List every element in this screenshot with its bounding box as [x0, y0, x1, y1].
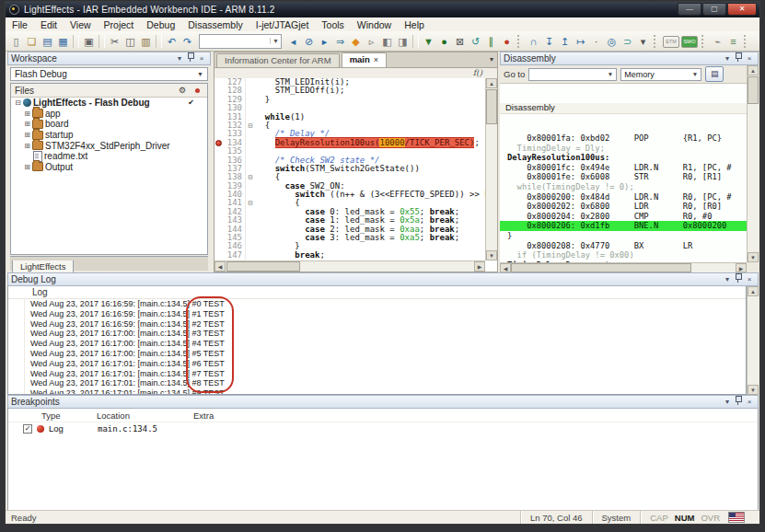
disassembly-horizontal-scrollbar[interactable]: ◀ ▶ [500, 262, 747, 272]
tree-expander-icon[interactable]: ⊞ [23, 163, 31, 171]
scroll-right-icon[interactable]: ▶ [474, 261, 485, 272]
breakpoint-gutter[interactable] [214, 191, 223, 199]
redo-icon[interactable]: ↷ [180, 34, 195, 49]
reset-icon[interactable]: ↺ [468, 34, 483, 49]
minimize-button[interactable]: — [678, 3, 701, 16]
disassembly-row[interactable]: 0x8000200: 0x484d LDR.N R0, [PC, # [500, 192, 747, 202]
code-line-147[interactable]: 147 break; [214, 251, 485, 260]
menu-view[interactable]: View [64, 19, 98, 30]
scroll-left-icon[interactable]: ◀ [214, 261, 226, 272]
breakpoint-gutter[interactable] [214, 139, 223, 147]
disassembly-row[interactable]: if (TimingDelay != 0x00) [500, 250, 747, 260]
go-icon[interactable]: ◎ [604, 34, 620, 49]
breakpoint-gutter[interactable] [214, 156, 223, 165]
goto-icon[interactable]: ⇒ [332, 34, 348, 49]
disassembly-row[interactable]: 0x8000204: 0x2800 CMP R0, #0 [500, 212, 747, 222]
close-icon[interactable]: × [196, 52, 207, 64]
editor-vertical-scrollbar[interactable]: ▲ ▼ [485, 78, 497, 260]
step-out-icon[interactable]: ↥ [557, 34, 573, 49]
menu-edit[interactable]: Edit [34, 19, 64, 30]
stop-icon[interactable]: ⊃ [620, 34, 635, 49]
pin-icon[interactable] [733, 273, 744, 286]
breakpoint-gutter[interactable] [214, 87, 223, 95]
menu-debug[interactable]: Debug [140, 19, 181, 30]
debug-log-panel-header[interactable]: Debug Log ▾ × [7, 272, 759, 286]
menu-file[interactable]: File [6, 19, 34, 30]
disassembly-panel-header[interactable]: Disassembly ▾ × [500, 52, 759, 65]
tree-item-app[interactable]: ⊞app [11, 109, 207, 120]
scrollbar-thumb[interactable] [226, 261, 300, 272]
breakpoint-gutter[interactable] [214, 147, 223, 156]
breakpoint-gutter[interactable] [214, 165, 223, 173]
panel-menu-icon[interactable]: ▾ [722, 52, 733, 64]
pin-icon[interactable] [185, 52, 196, 65]
scroll-right-icon[interactable]: ▶ [736, 263, 747, 272]
goto-function-button[interactable]: f() [473, 68, 482, 77]
etm-trace-icon[interactable]: ETM [663, 36, 679, 48]
fold-icon[interactable]: ⊟ [245, 199, 255, 207]
scroll-up-icon[interactable]: ▲ [748, 286, 759, 296]
close-tab-icon[interactable]: × [374, 55, 378, 64]
workspace-tab-lighteffects[interactable]: LightEffects [12, 260, 74, 273]
tab-list-dropdown-icon[interactable]: ▾ [490, 55, 493, 64]
find-combobox[interactable]: ▼ [199, 34, 282, 49]
disassembly-row[interactable]: 0x80001fa: 0xbd02 POP {R1, PC} [500, 133, 747, 144]
tree-expander-icon[interactable]: ⊞ [23, 131, 31, 139]
disassembly-listing[interactable]: Disassembly 0x80001fa: 0xbd02 POP {R1, P… [500, 84, 747, 262]
disassembly-row[interactable]: 0x8000202: 0x6800 LDR R0, [R0] [500, 202, 747, 212]
breakpoint-gutter[interactable] [214, 104, 223, 112]
disassembly-row[interactable]: 0x8000208: 0x4770 BX LR [500, 241, 747, 251]
log-vertical-scrollbar[interactable]: ▲ ▼ [747, 286, 759, 395]
scroll-up-icon[interactable]: ▲ [748, 65, 759, 75]
scrollbar-thumb[interactable] [511, 263, 691, 272]
find-previous-icon[interactable]: ◂ [285, 34, 301, 49]
goto-address-input[interactable]: ▼ [528, 68, 617, 81]
panel-menu-icon[interactable]: ▾ [174, 52, 185, 64]
stop-build-icon[interactable]: ⊠ [452, 34, 468, 49]
tree-expander-icon[interactable]: ⊞ [23, 142, 31, 150]
tree-item-startup[interactable]: ⊞startup [11, 130, 207, 141]
previous-file-icon[interactable]: ◧ [379, 34, 395, 49]
disassembly-row[interactable]: DelayResolution100us: [500, 153, 747, 163]
stop-debugging-icon[interactable]: ● [499, 34, 515, 49]
menu-help[interactable]: Help [398, 19, 431, 30]
keyboard-layout-flag-icon[interactable] [728, 512, 745, 523]
editor-horizontal-scrollbar[interactable]: ◀ ▶ [214, 260, 485, 272]
code-editor[interactable]: 127 STM_LEDInit(i);128 STM_LEDOff(i);129… [214, 78, 485, 260]
disassembly-row[interactable]: while(TimingDelay != 0); [500, 182, 747, 192]
view-mode-select[interactable]: Memory ▼ [620, 68, 701, 81]
menu-disassembly[interactable]: Disassembly [181, 19, 249, 30]
toolbar-grip[interactable] [517, 35, 523, 48]
paste-icon[interactable]: ▥ [138, 34, 154, 49]
save-all-icon[interactable]: ▦ [55, 34, 71, 49]
more-dropdown-icon[interactable]: ▾ [635, 34, 651, 49]
disassembly-row[interactable]: 0x80001fc: 0x494e LDR.N R1, [PC, # [500, 163, 747, 173]
undo-icon[interactable]: ↶ [164, 34, 180, 49]
cut-icon[interactable]: ✂ [107, 34, 122, 49]
breakpoint-gutter[interactable] [214, 130, 223, 138]
power-log-icon[interactable]: ⌁ [710, 34, 725, 49]
scroll-up-icon[interactable]: ▲ [486, 78, 497, 88]
editor-tab-information-center-for-arm[interactable]: Information Center for ARM [216, 53, 340, 67]
scrollbar-thumb[interactable] [486, 89, 497, 124]
scroll-down-icon[interactable]: ▼ [486, 250, 497, 260]
menu-project[interactable]: Project [98, 19, 141, 30]
scroll-left-icon[interactable]: ◀ [500, 263, 511, 272]
maximize-button[interactable]: ▢ [702, 3, 726, 16]
timeline-icon[interactable]: ≡ [725, 34, 741, 49]
close-button[interactable]: ✕ [727, 3, 757, 16]
find-icon[interactable]: ⊘ [301, 34, 317, 49]
tree-item-board[interactable]: ⊞board [11, 119, 207, 130]
breakpoint-gutter[interactable] [214, 78, 223, 87]
tree-item-stm32f4xx-stdperiph-driver[interactable]: ⊞STM32F4xx_StdPeriph_Driver [11, 140, 207, 151]
breakpoint-gutter[interactable] [214, 226, 223, 234]
next-statement-icon[interactable]: ↦ [573, 34, 588, 49]
scroll-down-icon[interactable]: ▼ [748, 385, 759, 395]
print-icon[interactable]: ▣ [81, 34, 97, 49]
open-file-icon[interactable]: ❏ [24, 34, 40, 49]
title-bar[interactable]: LightEffects - IAR Embedded Workbench ID… [6, 2, 759, 17]
swo-trace-icon[interactable]: SWO [681, 36, 698, 48]
breakpoint-icon[interactable] [215, 140, 222, 146]
code-line-134[interactable]: 134 DelayResolution100us(10000/TICK_PER_… [214, 139, 485, 147]
menu-tools[interactable]: Tools [315, 19, 351, 30]
